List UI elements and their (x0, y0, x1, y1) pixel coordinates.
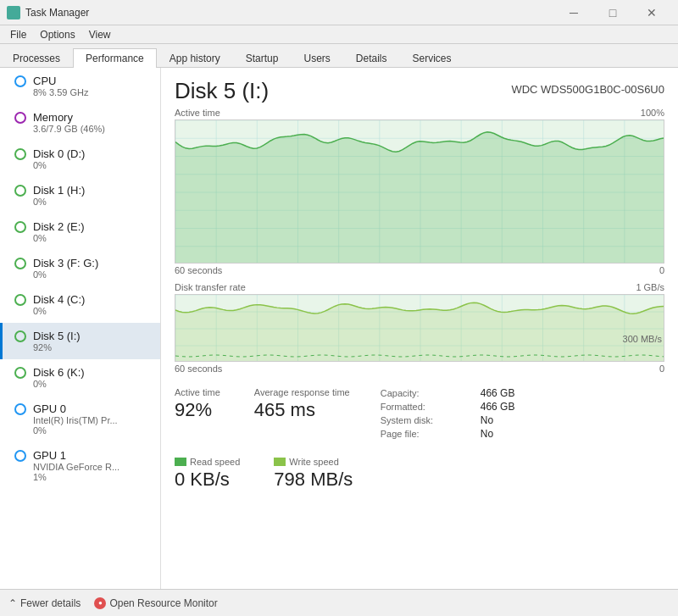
transfer-rate-canvas (175, 295, 664, 362)
titlebar: Task Manager ─ □ ✕ (0, 0, 678, 25)
app-title: Task Manager (25, 7, 89, 19)
app-icon (7, 6, 20, 19)
page-file-value: No (481, 428, 493, 440)
chart1-label-left: Active time (175, 108, 220, 118)
write-speed-stat: Write speed 798 MB/s (274, 457, 353, 491)
menu-file[interactable]: File (3, 27, 33, 42)
memory-indicator (14, 112, 26, 124)
svg-rect-2 (9, 14, 13, 17)
sidebar-item-disk4[interactable]: Disk 4 (C:) 0% (0, 286, 160, 323)
tabbar: Processes Performance App history Startu… (0, 44, 678, 68)
window-controls: ─ □ ✕ (554, 0, 671, 25)
disk6-indicator (14, 367, 26, 379)
disk2-indicator (14, 221, 26, 233)
system-disk-row: System disk: No (381, 414, 515, 426)
sidebar-item-memory[interactable]: Memory 3.6/7.9 GB (46%) (0, 104, 160, 141)
chevron-down-icon: ⌃ (8, 597, 17, 609)
minimize-button[interactable]: ─ (554, 0, 593, 25)
sidebar-item-cpu[interactable]: CPU 8% 3.59 GHz (0, 68, 160, 104)
formatted-label: Formatted: (381, 402, 474, 412)
capacity-label: Capacity: (381, 388, 474, 398)
formatted-row: Formatted: 466 GB (381, 401, 515, 413)
active-time-stat: Active time 92% (175, 387, 220, 440)
chart1-label-right: 100% (641, 108, 664, 118)
fewer-details-button[interactable]: ⌃ Fewer details (8, 597, 81, 609)
read-speed-label: Read speed (190, 457, 240, 467)
tab-startup[interactable]: Startup (233, 48, 292, 68)
chart2-time-right: 0 (659, 363, 664, 374)
orm-label: Open Resource Monitor (109, 597, 217, 609)
svg-rect-3 (14, 14, 18, 17)
disk-details: Capacity: 466 GB Formatted: 466 GB Syste… (381, 387, 515, 440)
stats-section: Active time 92% Average response time 46… (175, 387, 664, 491)
maximize-button[interactable]: □ (593, 0, 632, 25)
disk1-indicator (14, 185, 26, 197)
capacity-value: 466 GB (481, 387, 515, 399)
sidebar-item-gpu0[interactable]: GPU 0 Intel(R) Iris(TM) Pr... 0% (0, 396, 160, 442)
svg-rect-1 (14, 8, 18, 12)
titlebar-left: Task Manager (7, 6, 89, 19)
disk3-indicator (14, 258, 26, 269)
system-disk-label: System disk: (381, 415, 474, 425)
read-speed-stat: Read speed 0 KB/s (175, 457, 240, 491)
sidebar-item-disk5[interactable]: Disk 5 (I:) 92% (0, 323, 160, 359)
menu-options[interactable]: Options (33, 27, 81, 42)
write-speed-label-row: Write speed (274, 457, 353, 467)
open-resource-monitor-button[interactable]: ● Open Resource Monitor (94, 597, 217, 609)
disk4-indicator (14, 294, 26, 306)
avg-response-value: 465 ms (254, 399, 350, 421)
sidebar-item-disk1[interactable]: Disk 1 (H:) 0% (0, 177, 160, 214)
tab-details[interactable]: Details (343, 48, 400, 68)
tab-apphistory[interactable]: App history (157, 48, 233, 68)
tab-users[interactable]: Users (291, 48, 342, 68)
sidebar-item-gpu1[interactable]: GPU 1 NVIDIA GeForce R... 1% (0, 442, 160, 489)
chart2-label-right: 1 GB/s (636, 282, 664, 292)
cpu-indicator (14, 75, 26, 87)
chart1-labels: Active time 100% (175, 108, 664, 118)
read-color-bar (175, 458, 186, 466)
gpu0-indicator (14, 403, 26, 415)
chart2-labels: Disk transfer rate 1 GB/s (175, 282, 664, 292)
menu-view[interactable]: View (82, 27, 118, 42)
disk0-indicator (14, 148, 26, 160)
sidebar: CPU 8% 3.59 GHz Memory 3.6/7.9 GB (46%) … (0, 68, 161, 589)
read-speed-value: 0 KB/s (175, 469, 240, 491)
disk-title: Disk 5 (I:) (175, 78, 269, 104)
active-time-label: Active time (175, 387, 220, 397)
read-speed-label-row: Read speed (175, 457, 240, 467)
gpu1-indicator (14, 450, 26, 462)
sidebar-item-disk0[interactable]: Disk 0 (D:) 0% (0, 141, 160, 177)
avg-response-stat: Average response time 465 ms (254, 387, 350, 440)
main-content: CPU 8% 3.59 GHz Memory 3.6/7.9 GB (46%) … (0, 68, 678, 589)
speed-stats: Active time 92% Average response time 46… (175, 387, 364, 440)
sidebar-item-disk3[interactable]: Disk 3 (F: G:) 0% (0, 250, 160, 286)
content-header: Disk 5 (I:) WDC WDS500G1B0C-00S6U0 (175, 78, 664, 104)
active-time-canvas (175, 120, 664, 264)
close-button[interactable]: ✕ (632, 0, 671, 25)
chart1-time-right: 0 (659, 265, 664, 275)
capacity-row: Capacity: 466 GB (381, 387, 515, 399)
resource-monitor-icon: ● (94, 597, 106, 609)
write-color-bar (274, 458, 286, 466)
sidebar-item-disk2[interactable]: Disk 2 (E:) 0% (0, 214, 160, 250)
chart2-label-left: Disk transfer rate (175, 282, 246, 292)
chart2-midlabel: 300 MB/s (623, 334, 662, 344)
bottombar: ⌃ Fewer details ● Open Resource Monitor (0, 589, 678, 616)
avg-response-label: Average response time (254, 387, 350, 397)
disk5-indicator (14, 330, 26, 342)
page-file-label: Page file: (381, 429, 474, 439)
page-file-row: Page file: No (381, 428, 515, 440)
disk-model: WDC WDS500G1B0C-00S6U0 (511, 78, 664, 96)
svg-rect-0 (9, 8, 13, 12)
transfer-rate-chart: 300 MB/s (175, 294, 664, 362)
tab-performance[interactable]: Performance (73, 48, 157, 68)
tab-services[interactable]: Services (400, 48, 464, 68)
active-time-value: 92% (175, 399, 220, 421)
fewer-details-label: Fewer details (20, 597, 81, 609)
sidebar-item-disk6[interactable]: Disk 6 (K:) 0% (0, 359, 160, 396)
write-speed-label: Write speed (289, 457, 339, 467)
menubar: File Options View (0, 25, 678, 44)
chart1-time-left: 60 seconds (175, 265, 222, 275)
content-panel: Disk 5 (I:) WDC WDS500G1B0C-00S6U0 Activ… (161, 68, 678, 589)
tab-processes[interactable]: Processes (0, 48, 73, 68)
